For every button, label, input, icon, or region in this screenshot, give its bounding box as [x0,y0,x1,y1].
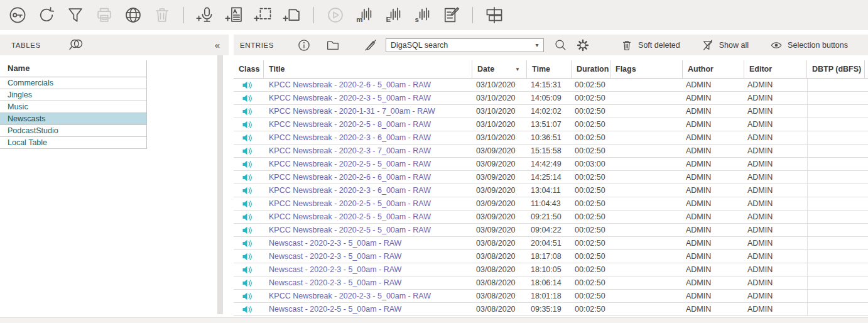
sidebar-table-item[interactable]: PodcastStudio [0,125,146,137]
cell-title[interactable]: KPCC Newsbreak - 2020-2-5 - 5_00am - RAW [264,158,472,170]
audio-class-icon[interactable] [242,213,252,221]
add-selection-icon[interactable] [254,6,273,25]
edit-document-icon[interactable] [442,6,460,25]
audio-class-icon[interactable] [242,94,252,102]
clear-search-icon[interactable] [363,38,378,53]
waveform-e-icon[interactable]: E [384,6,403,25]
cell-title[interactable]: Newscast - 2020-2-3 - 5_00am - RAW [264,263,472,276]
cell-title[interactable]: KPCC Newsbreak - 2020-2-5 - 5_00am - RAW [264,211,472,223]
entry-row[interactable]: KPCC Newsbreak - 2020-2-3 - 7_00am - RAW… [234,145,868,158]
audio-class-icon[interactable] [242,226,252,234]
audio-class-icon[interactable] [242,279,252,287]
audio-class-icon[interactable] [242,305,252,314]
name-column-header[interactable]: Name [0,60,146,77]
cell-title[interactable]: Newscast - 2020-2-3 - 5_00am - RAW [264,276,472,289]
tables-scrollbar[interactable] [217,55,223,314]
entry-row[interactable]: KPCC Newsbreak - 2020-2-5 - 5_00am - RAW… [234,211,868,224]
play-icon[interactable] [326,6,345,25]
audio-class-icon[interactable] [242,81,252,89]
cell-title[interactable]: KPCC Newsbreak - 2020-1-31 - 7_00am - RA… [264,105,472,118]
waveform-s-icon[interactable]: s [413,6,431,25]
key-icon[interactable] [8,6,27,25]
audio-class-icon[interactable] [242,147,252,155]
cell-title[interactable]: KPCC Newsbreak - 2020-2-5 - 8_00am - RAW [264,118,472,131]
sidebar-table-item[interactable]: Jingles [0,89,146,101]
entry-row[interactable]: KPCC Newsbreak - 2020-2-3 - 6_00am - RAW… [234,184,868,197]
filter-icon[interactable] [66,6,85,25]
entry-row[interactable]: KPCC Newsbreak - 2020-2-3 - 5_00am - RAW… [234,290,868,303]
column-header[interactable]: Flags [610,60,683,78]
entry-row[interactable]: Newscast - 2020-2-3 - 5_00am - RAW 03/08… [234,237,868,250]
search-icon[interactable] [553,38,568,53]
bottom-scrollbar-track[interactable] [0,317,868,323]
entry-row[interactable]: KPCC Newsbreak - 2020-2-5 - 5_00am - RAW… [234,197,868,211]
entry-row[interactable]: KPCC Newsbreak - 2020-2-3 - 6_00am - RAW… [234,131,868,145]
entry-row[interactable]: KPCC Newsbreak - 2020-1-31 - 7_00am - RA… [234,105,868,118]
entry-row[interactable]: KPCC Newsbreak - 2020-2-5 - 5_00am - RAW… [234,158,868,171]
sidebar-table-item[interactable]: Music [0,101,146,113]
column-header[interactable]: Title [264,60,472,78]
audio-class-icon[interactable] [242,173,252,182]
cell-title[interactable]: Newscast - 2020-2-3 - 5_00am - RAW [264,237,472,249]
cell-title[interactable]: KPCC Newsbreak - 2020-2-3 - 5_00am - RAW [264,290,472,302]
audio-class-icon[interactable] [242,121,252,129]
audio-class-icon[interactable] [242,266,252,274]
combobox-dropdown-icon[interactable]: ▾ [531,41,543,48]
entry-row[interactable]: KPCC Newsbreak - 2020-2-6 - 5_00am - RAW… [234,79,868,92]
cell-title[interactable]: KPCC Newsbreak - 2020-2-3 - 5_00am - RAW [264,92,472,104]
globe-icon[interactable] [124,6,143,25]
trash-icon[interactable] [153,6,171,25]
entry-row[interactable]: Newscast - 2020-2-5 - 5_00am - RAW 03/08… [234,303,868,316]
entry-row[interactable]: KPCC Newsbreak - 2020-2-3 - 5_00am - RAW… [234,92,868,105]
cell-title[interactable]: KPCC Newsbreak - 2020-2-6 - 6_00am - RAW [264,171,472,183]
column-header[interactable]: I [865,60,868,78]
column-header[interactable]: Date ▼ [472,60,527,78]
add-text-icon[interactable] [225,6,244,25]
column-header[interactable]: Editor [744,60,807,78]
entry-row[interactable]: KPCC Newsbreak - 2020-2-5 - 5_00am - RAW… [234,224,868,237]
cell-title[interactable]: KPCC Newsbreak - 2020-2-6 - 5_00am - RAW [264,79,472,91]
audio-class-icon[interactable] [242,239,252,248]
entry-row[interactable]: KPCC Newsbreak - 2020-2-6 - 6_00am - RAW… [234,171,868,184]
info-icon[interactable] [296,38,312,53]
waveform-m-icon[interactable]: m [355,6,374,25]
add-audio-icon[interactable] [196,6,215,25]
audio-class-icon[interactable] [242,160,252,168]
column-header[interactable]: Class [234,60,264,78]
entry-row[interactable]: Newscast - 2020-2-3 - 5_00am - RAW 03/08… [234,276,868,290]
show-all-button[interactable]: Show all [702,39,749,52]
soft-deleted-button[interactable]: Soft deleted [621,39,680,52]
cell-title[interactable]: KPCC Newsbreak - 2020-2-5 - 5_00am - RAW [264,197,472,210]
audio-class-icon[interactable] [242,200,252,208]
digasql-search-input[interactable] [386,41,531,50]
print-icon[interactable] [95,6,114,25]
cell-title[interactable]: KPCC Newsbreak - 2020-2-3 - 7_00am - RAW [264,145,472,157]
column-header[interactable]: Duration [572,60,610,78]
sidebar-table-item[interactable]: Local Table [0,137,146,149]
entry-row[interactable]: KPCC Newsbreak - 2020-2-5 - 8_00am - RAW… [234,118,868,131]
entry-row[interactable]: Newscast - 2020-2-3 - 5_00am - RAW 03/08… [234,263,868,276]
refresh-icon[interactable] [37,6,56,25]
gear-icon[interactable] [575,38,590,53]
column-header[interactable]: Time [527,60,572,78]
folder-icon[interactable] [325,38,340,53]
audio-class-icon[interactable] [242,134,252,142]
audio-class-icon[interactable] [242,187,252,195]
sidebar-table-item[interactable]: Commercials [0,77,146,89]
column-header[interactable]: DBTP (dBFS) [807,60,865,78]
column-header[interactable]: Author [683,60,744,78]
entry-row[interactable]: Newscast - 2020-2-3 - 5_00am - RAW 03/08… [234,250,868,263]
cell-title[interactable]: Newscast - 2020-2-3 - 5_00am - RAW [264,250,472,263]
table-search-icon[interactable] [67,38,84,53]
cell-title[interactable]: KPCC Newsbreak - 2020-2-5 - 5_00am - RAW [264,224,472,236]
add-folder-icon[interactable] [283,6,301,25]
cell-title[interactable]: Newscast - 2020-2-5 - 5_00am - RAW [264,303,472,315]
audio-class-icon[interactable] [242,253,252,261]
audio-class-icon[interactable] [242,292,252,300]
audio-class-icon[interactable] [242,107,252,116]
crossfade-icon[interactable] [485,6,504,25]
sidebar-table-item[interactable]: Newscasts [0,113,146,125]
cell-title[interactable]: KPCC Newsbreak - 2020-2-3 - 6_00am - RAW [264,184,472,197]
selection-buttons-toggle[interactable]: Selection buttons [770,39,848,52]
cell-title[interactable]: KPCC Newsbreak - 2020-2-3 - 6_00am - RAW [264,131,472,144]
